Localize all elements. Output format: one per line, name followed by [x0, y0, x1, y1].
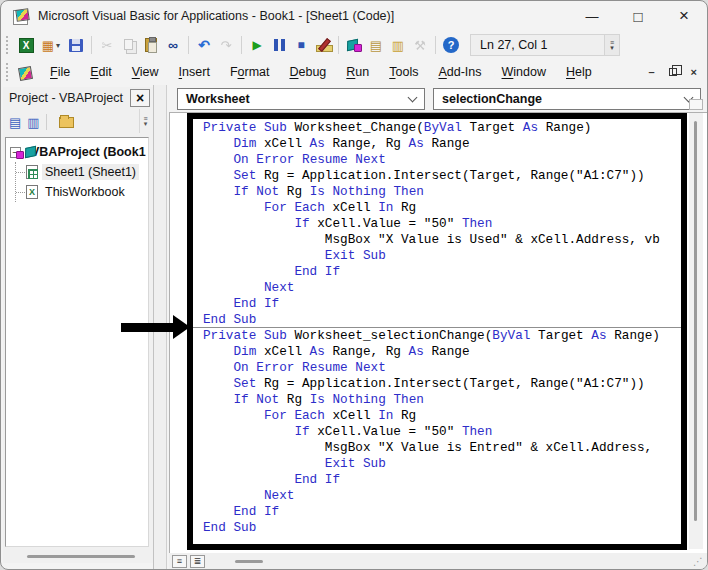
- code-line[interactable]: For Each xCell In Rg: [193, 200, 681, 216]
- view-object-small-icon[interactable]: ▥: [27, 115, 39, 130]
- tree-row[interactable]: Sheet1 (Sheet1): [16, 162, 148, 182]
- code-line[interactable]: MsgBox "X Value is Entred" & xCell.Addre…: [193, 440, 681, 456]
- code-line[interactable]: Private Sub Worksheet_selectionChange(By…: [193, 328, 681, 344]
- mdi-close-button[interactable]: ×: [691, 66, 697, 78]
- editor-vscrollbar[interactable]: [689, 113, 703, 549]
- code-line[interactable]: Exit Sub: [193, 456, 681, 472]
- find-icon[interactable]: ∞: [163, 35, 183, 55]
- project-explorer-icon[interactable]: [344, 35, 364, 55]
- full-module-view-button[interactable]: ≣: [190, 555, 205, 568]
- object-dropdown[interactable]: Worksheet: [177, 88, 425, 110]
- save-icon: [69, 39, 83, 52]
- object-browser-icon[interactable]: ▥: [388, 35, 408, 55]
- redo-icon[interactable]: ↷: [216, 35, 236, 55]
- chevron-down-icon: ▾: [144, 121, 148, 126]
- mdi-restore-button[interactable]: [669, 68, 677, 76]
- design-mode-icon[interactable]: [313, 35, 333, 55]
- menu-file[interactable]: File: [40, 62, 80, 82]
- code-line[interactable]: If xCell.Value = "50" Then: [193, 424, 681, 440]
- view-object-icon[interactable]: ▦: [38, 35, 58, 55]
- code-line[interactable]: Private Sub Worksheet_Change(ByVal Targe…: [193, 120, 681, 136]
- code-line[interactable]: For Each xCell In Rg: [193, 408, 681, 424]
- code-line[interactable]: Next: [193, 280, 681, 296]
- menu-debug[interactable]: Debug: [279, 62, 336, 82]
- maximize-button[interactable]: □: [615, 1, 661, 31]
- toolbox-icon[interactable]: ⚒: [410, 35, 430, 55]
- code-line[interactable]: End If: [193, 296, 681, 312]
- run-icon[interactable]: ▶: [247, 35, 267, 55]
- code-line[interactable]: End If: [193, 472, 681, 488]
- code-line[interactable]: If Not Rg Is Nothing Then: [193, 392, 681, 408]
- tree-row[interactable]: X ThisWorkbook: [16, 182, 148, 202]
- view-object-dropdown-icon[interactable]: ▾: [56, 41, 65, 50]
- vba-mini-icon: [19, 66, 34, 79]
- pause-bars-icon: [274, 39, 285, 51]
- toolbar-options-icon[interactable]: ≡ ▾: [604, 35, 619, 55]
- code-line[interactable]: Exit Sub: [193, 248, 681, 264]
- reset-icon[interactable]: ■: [291, 35, 311, 55]
- menu-run[interactable]: Run: [336, 62, 379, 82]
- undo-icon[interactable]: ↶: [194, 35, 214, 55]
- tree-row[interactable]: − VBAProject (Book1: [10, 142, 148, 162]
- menu-view[interactable]: View: [122, 62, 169, 82]
- procedure-view-button[interactable]: ≡: [172, 555, 187, 568]
- procedure-dropdown[interactable]: selectionChange: [433, 88, 701, 110]
- editor-vscroll-thumb[interactable]: [694, 121, 697, 521]
- toolbar-grip[interactable]: [6, 36, 11, 54]
- menu-insert[interactable]: Insert: [169, 62, 220, 82]
- code-line[interactable]: On Error Resume Next: [193, 360, 681, 376]
- copy-icon[interactable]: [119, 35, 139, 55]
- editor-split-handle[interactable]: [689, 99, 703, 110]
- help-icon: ?: [443, 37, 459, 53]
- close-button[interactable]: ×: [661, 1, 707, 31]
- break-icon[interactable]: [269, 35, 289, 55]
- code-line[interactable]: End Sub: [193, 520, 681, 536]
- view-code-icon[interactable]: ▤: [9, 115, 21, 130]
- tree-connector: [16, 192, 25, 193]
- menu-format[interactable]: Format: [220, 62, 280, 82]
- cut-icon[interactable]: ✂: [97, 35, 117, 55]
- project-panel-hscroll-thumb[interactable]: [27, 555, 135, 558]
- tree-item-sheet1[interactable]: Sheet1 (Sheet1): [42, 164, 139, 180]
- tree-item-thisworkbook[interactable]: ThisWorkbook: [42, 184, 128, 200]
- paste-clipboard-icon: [145, 38, 157, 52]
- code-line[interactable]: Next: [193, 488, 681, 504]
- annotation-arrow-shaft: [121, 323, 174, 332]
- paste-icon[interactable]: [141, 35, 161, 55]
- project-panel-title: Project - VBAProject: [9, 91, 123, 105]
- view-excel-button[interactable]: X: [16, 35, 36, 55]
- code-line[interactable]: If Not Rg Is Nothing Then: [193, 184, 681, 200]
- panel-toolbar-overflow-icon[interactable]: ≡ ▾: [139, 109, 151, 133]
- code-line[interactable]: End If: [193, 264, 681, 280]
- code-line[interactable]: End If: [193, 504, 681, 520]
- menu-add-ins[interactable]: Add-Ins: [428, 62, 491, 82]
- menubar-grip[interactable]: [6, 63, 11, 81]
- code-line[interactable]: Set Rg = Application.Intersect(Target, R…: [193, 168, 681, 184]
- code-editor[interactable]: Private Sub Worksheet_Change(ByVal Targe…: [193, 119, 681, 536]
- code-line[interactable]: On Error Resume Next: [193, 152, 681, 168]
- minimize-button[interactable]: —: [569, 1, 615, 31]
- code-line[interactable]: If xCell.Value = "50" Then: [193, 216, 681, 232]
- project-panel-hscrollbar[interactable]: [7, 550, 135, 562]
- project-panel-close-button[interactable]: ×: [130, 89, 150, 107]
- save-button[interactable]: [66, 35, 86, 55]
- menu-help[interactable]: Help: [556, 62, 602, 82]
- code-line[interactable]: End Sub: [193, 312, 681, 328]
- tree-item-vbaproject[interactable]: VBAProject (Book1: [28, 144, 149, 160]
- menu-edit[interactable]: Edit: [80, 62, 122, 82]
- excel-x-glyph: X: [29, 187, 35, 197]
- menu-window[interactable]: Window: [492, 62, 556, 82]
- code-line[interactable]: Dim xCell As Range, Rg As Range: [193, 136, 681, 152]
- mdi-minimize-button[interactable]: –: [648, 66, 654, 78]
- main-area: Project - VBAProject × ▤ ▥ ≡ ▾ − VBAProj…: [1, 85, 707, 569]
- code-line[interactable]: Set Rg = Application.Intersect(Target, R…: [193, 376, 681, 392]
- editor-bottom-bar: ≡ ≣ ⋰: [169, 553, 707, 569]
- menu-tools[interactable]: Tools: [379, 62, 428, 82]
- toggle-folders-icon[interactable]: [59, 117, 74, 128]
- help-button[interactable]: ?: [441, 35, 461, 55]
- properties-window-icon[interactable]: ▤: [366, 35, 386, 55]
- code-line[interactable]: Dim xCell As Range, Rg As Range: [193, 344, 681, 360]
- code-line[interactable]: MsgBox "X Value is Used" & xCell.Address…: [193, 232, 681, 248]
- panel-toolbar-separator: [46, 114, 47, 130]
- editor-hscroll-thumb[interactable]: [235, 560, 263, 563]
